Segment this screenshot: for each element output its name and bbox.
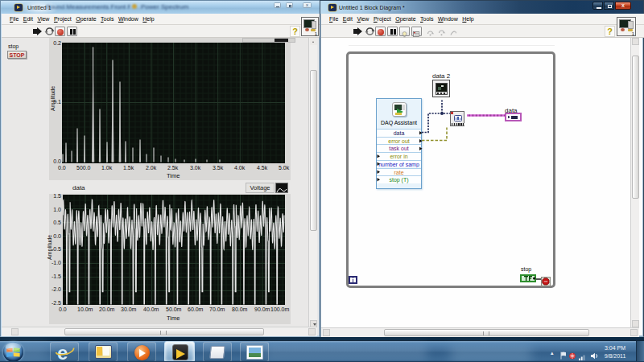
- svg-text:e: e: [57, 343, 68, 362]
